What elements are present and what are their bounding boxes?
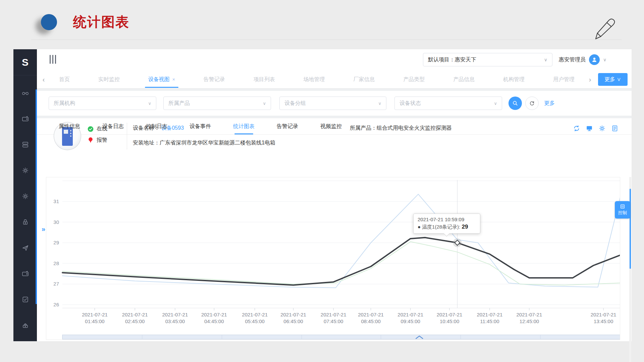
device-address-value: 广东省深圳市龙华区华宝新能源二楼包装线1电箱	[160, 140, 275, 145]
user-menu[interactable]: 惠安管理员 ∨	[559, 53, 606, 66]
alarm-label: 报警	[97, 137, 107, 144]
chevron-down-icon: ∨	[603, 57, 606, 62]
org-select-placeholder: 所属机构	[54, 100, 75, 107]
svg-text:02:45:00: 02:45:00	[125, 318, 145, 324]
sidebar-item-wallet[interactable]	[13, 261, 37, 287]
product-select-placeholder: 所属产品	[168, 100, 190, 107]
alarm-icon	[87, 136, 94, 144]
temperature-line-chart[interactable]: 2627282930312021-07-2101:45:002021-07-21…	[46, 177, 620, 340]
tooltip-value: 29	[462, 224, 468, 230]
sidebar-item-wallet[interactable]	[13, 106, 37, 132]
tabs-prev-icon[interactable]: ‹	[37, 76, 50, 83]
send-icon	[21, 244, 29, 252]
device-product-label: 所属产品：	[350, 125, 377, 131]
svg-text:26: 26	[53, 302, 59, 307]
device-address-row: 安装地址：广东省深圳市龙华区华宝新能源二楼包装线1电箱	[133, 139, 275, 146]
detail-tab[interactable]: 告警记录	[277, 118, 298, 134]
sidebar-item-checkbox[interactable]	[13, 287, 37, 312]
svg-text:01:45:00: 01:45:00	[85, 318, 104, 324]
svg-text:07:45:00: 07:45:00	[324, 318, 343, 324]
detail-tab[interactable]: 控制日志	[146, 118, 167, 134]
scrollbar-thumb[interactable]	[630, 189, 631, 269]
svg-text:12:45:00: 12:45:00	[520, 318, 539, 324]
list-icon[interactable]	[611, 125, 619, 132]
sidebar-item-device[interactable]	[13, 312, 37, 338]
pen-icon	[591, 14, 620, 42]
collapse-menu-icon[interactable]	[50, 55, 56, 64]
detail-tab[interactable]: 统计图表	[233, 118, 255, 134]
sidebar-item-glasses[interactable]	[13, 80, 37, 106]
group-select-placeholder: 设备分组	[284, 100, 306, 107]
nav-tab[interactable]: 实时监控	[97, 71, 121, 88]
svg-text:2021-07-21: 2021-07-21	[397, 312, 423, 317]
filter-bar: 所属机构∨ 所属产品∨ 设备分组∨ 设备状态∨ 更多	[37, 91, 632, 116]
detail-tab[interactable]: 视频监控	[320, 118, 342, 134]
svg-text:2021-07-21: 2021-07-21	[242, 312, 268, 317]
top-header: 默认项目：惠安天下 ∨ 惠安管理员 ∨	[37, 49, 632, 71]
nav-tabs: 首页实时监控设备视图×告警记录项目列表场地管理厂家信息产品类型产品信息机构管理用…	[50, 71, 583, 88]
chevron-down-icon: ∨	[378, 101, 381, 106]
project-select[interactable]: 默认项目：惠安天下 ∨	[423, 53, 552, 66]
chart-card: 2627282930312021-07-2101:45:002021-07-21…	[46, 177, 620, 340]
app-logo: S	[13, 49, 37, 75]
svg-text:2021-07-21: 2021-07-21	[122, 312, 148, 317]
svg-text:31: 31	[53, 198, 59, 204]
nav-tab-bar: ‹ 首页实时监控设备视图×告警记录项目列表场地管理厂家信息产品类型产品信息机构管…	[37, 71, 632, 88]
chevron-down-icon: ∨	[148, 101, 151, 106]
close-tab-icon[interactable]: ×	[172, 77, 175, 82]
alarm-status: 报警	[87, 136, 107, 144]
sidebar-item-lock[interactable]	[13, 209, 37, 235]
detail-tab[interactable]: 设备日志	[102, 118, 124, 134]
gear-icon[interactable]	[598, 125, 606, 132]
nav-tab[interactable]: 产品信息	[452, 71, 476, 88]
nav-tab[interactable]: 场地管理	[302, 71, 326, 88]
chevron-down-icon: ∨	[263, 101, 266, 106]
nav-tab[interactable]: 项目列表	[252, 71, 276, 88]
svg-text:2021-07-21: 2021-07-21	[82, 312, 108, 317]
nav-tab[interactable]: 用户管理	[552, 71, 576, 88]
svg-text:2021-07-21: 2021-07-21	[162, 312, 188, 317]
nav-tab[interactable]: 告警记录	[202, 71, 226, 88]
svg-text:04:45:00: 04:45:00	[204, 318, 224, 324]
sync-icon[interactable]	[573, 125, 580, 132]
chevron-down-icon: ∨	[494, 101, 497, 106]
expand-panel-icon[interactable]: »	[42, 225, 45, 233]
control-button-label: 控制	[618, 210, 627, 216]
device-product-row: 所属产品：组合式用电安全火灾监控探测器	[350, 125, 452, 132]
avatar	[589, 54, 600, 65]
search-button[interactable]	[508, 97, 522, 110]
detail-tab[interactable]: 属性信息	[59, 118, 80, 134]
svg-text:27: 27	[53, 281, 59, 287]
detail-tab[interactable]: 设备事件	[190, 118, 211, 134]
sidebar-item-gear[interactable]	[13, 158, 37, 183]
nav-tab[interactable]: 产品类型	[402, 71, 426, 88]
device-detail-card: 在线 报警 设备名称： 设备0593 安装地址：广东省深圳市龙华区华宝新能源二楼…	[37, 118, 632, 341]
glasses-icon	[21, 89, 29, 97]
gear-icon	[21, 167, 29, 174]
svg-text:2021-07-21: 2021-07-21	[321, 312, 346, 317]
nav-tab[interactable]: 设备视图×	[147, 71, 176, 88]
org-select[interactable]: 所属机构∨	[49, 97, 156, 110]
monitor-icon[interactable]	[586, 125, 593, 132]
nav-tab[interactable]: 首页	[58, 71, 71, 88]
status-select[interactable]: 设备状态∨	[394, 97, 502, 110]
nav-tab[interactable]: 厂家信息	[352, 71, 376, 88]
product-select[interactable]: 所属产品∨	[163, 97, 271, 110]
control-panel-icon	[620, 204, 625, 209]
more-tabs-button[interactable]: 更多 ∨	[598, 73, 628, 86]
group-select[interactable]: 设备分组∨	[279, 97, 386, 110]
svg-text:06:45:00: 06:45:00	[283, 318, 303, 324]
title-divider	[31, 40, 622, 40]
nav-tab[interactable]: 机构管理	[502, 71, 526, 88]
more-filters-link[interactable]: 更多	[544, 100, 555, 107]
sidebar-item-send[interactable]	[13, 235, 37, 261]
checkbox-icon	[21, 296, 29, 303]
gear-icon	[21, 192, 29, 200]
control-button[interactable]: 控制	[615, 201, 630, 219]
sidebar-item-rows[interactable]	[13, 132, 37, 158]
refresh-button[interactable]	[525, 97, 539, 110]
tabs-next-icon[interactable]: ›	[583, 76, 597, 83]
chevron-down-icon: ∨	[544, 57, 547, 62]
content-area: 默认项目：惠安天下 ∨ 惠安管理员 ∨ ‹ 首页实时监控设备视图×告警记录项目列…	[37, 49, 632, 341]
sidebar-item-gear[interactable]	[13, 183, 37, 209]
